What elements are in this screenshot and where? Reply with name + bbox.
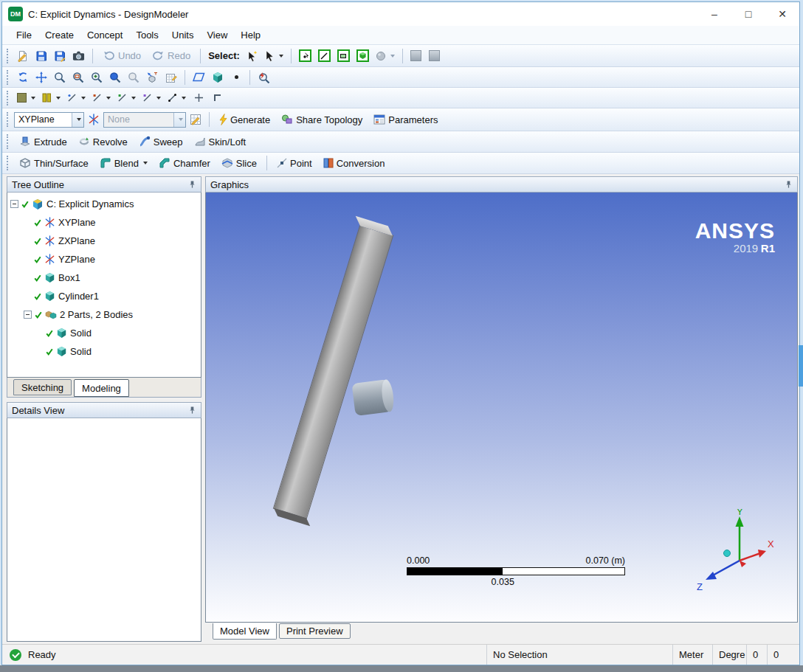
vertex-display-button[interactable] [165, 89, 189, 107]
pin-icon[interactable] [785, 180, 793, 189]
tree-row-parts[interactable]: 2 Parts, 2 Bodies [7, 305, 201, 324]
zoom-previous-button[interactable] [125, 69, 142, 86]
tab-modeling[interactable]: Modeling [74, 379, 129, 397]
tree-outline: C: Explicit Dynamics XYPlane ZXPlane [7, 193, 201, 378]
tree-row-yzplane[interactable]: YZPlane [7, 250, 201, 269]
menu-help[interactable]: Help [234, 26, 267, 44]
filter-vertex-button[interactable] [296, 47, 314, 65]
menu-view[interactable]: View [200, 26, 234, 44]
filter-body-button[interactable] [354, 47, 372, 65]
rotate-button[interactable] [14, 69, 32, 86]
cylinder-body[interactable] [352, 379, 393, 416]
tree-row-solid-2[interactable]: Solid [7, 342, 201, 361]
tree-row-box1[interactable]: Box1 [7, 269, 201, 287]
tree-row-zxplane[interactable]: ZXPlane [7, 232, 201, 250]
select-mode-button[interactable] [244, 47, 261, 65]
toolbar-grip[interactable] [7, 91, 10, 105]
tree-row-cylinder1[interactable]: Cylinder1 [7, 287, 201, 305]
snap-tolerance-button[interactable] [162, 69, 180, 86]
thin-surface-button[interactable]: Thin/Surface [14, 154, 94, 172]
sweep-button[interactable]: Sweep [134, 133, 188, 150]
skin-loft-button[interactable]: Skin/Loft [189, 133, 252, 150]
adjacent-select-button[interactable] [373, 47, 398, 65]
extend-limits-button[interactable] [426, 47, 444, 65]
maximize-button[interactable]: □ [731, 2, 765, 26]
skin-loft-label: Skin/Loft [209, 136, 247, 148]
menu-create[interactable]: Create [38, 26, 80, 44]
zoom-fit-button[interactable] [106, 69, 124, 86]
menu-concept[interactable]: Concept [80, 26, 129, 44]
tab-model-view[interactable]: Model View [213, 623, 277, 640]
revolve-icon [78, 136, 90, 148]
parameters-button[interactable]: Parameters [368, 111, 443, 128]
edge-style-0-button[interactable] [64, 89, 89, 107]
conversion-button[interactable]: Conversion [318, 154, 390, 172]
generate-button[interactable]: Generate [214, 111, 275, 128]
edge-style-1-button[interactable] [89, 89, 114, 107]
filter-edge-button[interactable] [315, 47, 334, 65]
orientation-triad[interactable]: Y X Z [688, 509, 776, 594]
pin-icon[interactable] [188, 180, 196, 189]
collapse-icon[interactable] [10, 200, 18, 208]
menu-file[interactable]: File [10, 26, 38, 44]
collapse-icon[interactable] [24, 311, 32, 319]
box-body[interactable] [274, 226, 393, 518]
blend-button[interactable]: Blend [94, 154, 153, 172]
point-marker-button[interactable] [227, 69, 245, 86]
toolbar-standard: Undo Redo Select: [2, 45, 799, 67]
image-capture-button[interactable] [69, 47, 88, 65]
slice-button[interactable]: Slice [216, 154, 262, 172]
new-sketch-grid-button[interactable] [187, 111, 204, 128]
tree-row-solid-1[interactable]: Solid [7, 324, 201, 342]
undo-button[interactable]: Undo [97, 47, 146, 65]
revolve-button[interactable]: Revolve [73, 133, 133, 150]
magnifier-window-button[interactable] [255, 69, 273, 86]
save-as-button[interactable] [51, 47, 69, 65]
look-at-button[interactable] [190, 69, 208, 86]
tree-row-root[interactable]: C: Explicit Dynamics [7, 195, 201, 213]
new-plane-button[interactable] [85, 111, 103, 128]
cross-hair-button[interactable] [190, 89, 207, 107]
tab-print-preview[interactable]: Print Preview [279, 623, 351, 639]
iso-view-button[interactable] [143, 69, 162, 86]
toolbar-grip[interactable] [7, 49, 10, 63]
display-style-button[interactable] [14, 89, 38, 107]
toolbar-grip[interactable] [7, 70, 10, 85]
minimize-button[interactable]: – [697, 2, 731, 26]
pan-button[interactable] [32, 69, 50, 86]
select-dropdown-button[interactable] [262, 47, 286, 65]
combo-arrow-icon[interactable] [173, 113, 185, 127]
extrude-button[interactable]: Extrude [14, 133, 72, 150]
plane-combobox[interactable]: XYPlane [14, 112, 84, 128]
sketch-combobox[interactable]: None [103, 112, 186, 128]
box-zoom-button[interactable] [69, 69, 87, 86]
filter-face-button[interactable] [334, 47, 353, 65]
new-sketch-button[interactable] [14, 47, 32, 65]
ruler-toggle-button[interactable] [208, 89, 226, 107]
toolbar-view [2, 67, 799, 88]
edge-style-2-button[interactable] [114, 89, 139, 107]
edge-style-3-button[interactable] [139, 89, 164, 107]
close-button[interactable]: ✕ [765, 2, 799, 26]
combo-arrow-icon[interactable] [72, 113, 83, 127]
view-isometric-button[interactable] [209, 69, 227, 86]
chamfer-button[interactable]: Chamfer [154, 154, 216, 172]
save-button[interactable] [32, 47, 50, 65]
menu-units[interactable]: Units [165, 26, 201, 44]
tab-sketching[interactable]: Sketching [13, 379, 72, 395]
graphics-header: Graphics [205, 176, 798, 193]
section-display-button[interactable] [39, 89, 63, 107]
tree-row-xyplane[interactable]: XYPlane [7, 213, 201, 232]
toolbar-grip[interactable] [7, 134, 10, 149]
pin-icon[interactable] [188, 406, 196, 415]
point-button[interactable]: Point [272, 154, 317, 172]
toolbar-grip[interactable] [7, 156, 10, 170]
graphics-viewport[interactable]: ANSYS 2019 R1 0.000 0.070 (m) 0.035 [205, 193, 798, 623]
zoom-in-button[interactable] [88, 69, 106, 86]
extend-selection-button[interactable] [407, 47, 425, 65]
zoom-button[interactable] [51, 69, 69, 86]
share-topology-button[interactable]: Share Topology [276, 111, 368, 128]
toolbar-grip[interactable] [7, 112, 10, 127]
redo-button[interactable]: Redo [147, 47, 196, 65]
menu-tools[interactable]: Tools [129, 26, 165, 44]
